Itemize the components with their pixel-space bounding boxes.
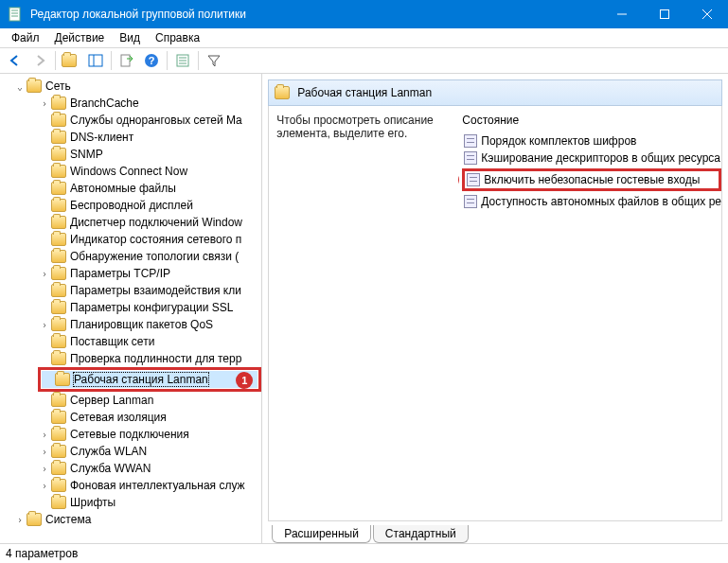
tree-label: Автономные файлы: [70, 182, 176, 195]
setting-label: Кэширование дескрипторов в общих ресурса: [481, 151, 720, 165]
setting-item[interactable]: Кэширование дескрипторов в общих ресурса: [462, 150, 721, 167]
tree-node[interactable]: Автономные файлы: [0, 180, 261, 197]
expand-icon[interactable]: ›: [38, 269, 51, 279]
folder-icon: [51, 352, 66, 365]
tree-label: Шрифты: [70, 496, 115, 509]
help-button[interactable]: ?: [140, 49, 163, 72]
setting-icon: [464, 134, 477, 148]
tree-label: Параметры взаимодействия кли: [70, 284, 241, 297]
tree-node[interactable]: ›Сетевые подключения: [0, 426, 261, 443]
tree-node[interactable]: ›Служба WWAN: [0, 460, 261, 477]
tree-label: Служба WLAN: [70, 445, 147, 458]
expand-icon[interactable]: ›: [38, 464, 51, 474]
filter-button[interactable]: [203, 49, 225, 72]
tree-node[interactable]: ›BranchCache: [0, 95, 261, 112]
expand-icon[interactable]: ›: [13, 515, 27, 525]
collapse-icon[interactable]: ⌄: [13, 81, 27, 92]
tree-node[interactable]: Проверка подлинности для терр: [0, 350, 261, 367]
tree-node[interactable]: ›Параметры TCP/IP: [0, 265, 261, 282]
main-area: ⌄ Сеть ›BranchCacheСлужбы одноранговых с…: [0, 74, 728, 543]
column-header[interactable]: Состояние: [462, 114, 721, 127]
setting-icon: [464, 195, 477, 208]
toolbar-separator: [55, 51, 56, 70]
folder-icon: [51, 250, 66, 263]
properties-button[interactable]: [171, 49, 194, 72]
tree-node[interactable]: ›Служба WLAN: [0, 443, 261, 460]
statusbar: 4 параметров: [0, 543, 728, 563]
tree-label: Сервер Lanman: [70, 394, 153, 407]
tab-extended[interactable]: Расширенный: [272, 525, 371, 543]
tree-node[interactable]: Сервер Lanman: [0, 392, 261, 409]
show-hide-tree-button[interactable]: [84, 49, 107, 72]
expand-icon[interactable]: ›: [38, 430, 51, 440]
folder-icon: [51, 165, 66, 178]
folder-icon: [51, 148, 66, 161]
tree-pane: ⌄ Сеть ›BranchCacheСлужбы одноранговых с…: [0, 74, 262, 543]
tree-node[interactable]: Шрифты: [0, 494, 261, 511]
up-button[interactable]: [60, 49, 82, 72]
setting-label: Доступность автономных файлов в общих ре: [481, 195, 721, 208]
tree-node[interactable]: Поставщик сети: [0, 333, 261, 350]
tree-node[interactable]: Диспетчер подключений Window: [0, 214, 261, 231]
expand-icon[interactable]: ›: [38, 481, 51, 491]
tree-node[interactable]: Сетевая изоляция: [0, 409, 261, 426]
folder-icon: [51, 131, 66, 144]
menu-file[interactable]: Файл: [4, 29, 47, 46]
tree-label: Служба WWAN: [70, 462, 151, 475]
svg-rect-10: [121, 55, 130, 66]
tree-node[interactable]: Параметры взаимодействия кли: [0, 282, 261, 299]
tree-node[interactable]: Индикатор состояния сетевого п: [0, 231, 261, 248]
toolbar-separator: [167, 51, 168, 70]
setting-item[interactable]: Порядок комплектов шифров: [462, 132, 721, 150]
tree-node[interactable]: ›Фоновая интеллектуальная служ: [0, 477, 261, 494]
folder-icon: [51, 301, 66, 314]
export-button[interactable]: [115, 49, 138, 72]
tree-label: Поставщик сети: [70, 335, 154, 348]
toolbar: ?: [0, 47, 728, 74]
tab-standard[interactable]: Стандартный: [373, 525, 469, 543]
tree-node[interactable]: ›Планировщик пакетов QoS: [0, 316, 261, 333]
settings-list: Состояние Порядок комплектов шифровКэшир…: [458, 106, 721, 520]
tree-node[interactable]: Обнаружение топологии связи (: [0, 248, 261, 265]
folder-icon: [51, 97, 66, 110]
setting-item[interactable]: Доступность автономных файлов в общих ре: [462, 193, 721, 210]
toolbar-separator: [111, 51, 112, 70]
tree-node[interactable]: SNMP: [0, 146, 261, 163]
setting-item[interactable]: Включить небезопасные гостевые входы: [465, 171, 719, 188]
tree-node[interactable]: Параметры конфигурации SSL: [0, 299, 261, 316]
folder-icon: [51, 335, 66, 348]
tree-node[interactable]: › Система: [0, 511, 261, 528]
window-title: Редактор локальной групповой политики: [30, 8, 600, 21]
tree-node[interactable]: Беспроводной дисплей: [0, 197, 261, 214]
tree-node[interactable]: Службы одноранговых сетей Ма: [0, 112, 261, 129]
svg-rect-0: [9, 8, 20, 21]
tree-label: Индикатор состояния сетевого п: [70, 233, 241, 246]
expand-icon[interactable]: ›: [38, 447, 51, 457]
menu-action[interactable]: Действие: [47, 29, 113, 46]
folder-icon: [51, 114, 66, 127]
tree-node-selected[interactable]: Рабочая станция Lanman: [42, 371, 257, 388]
menu-view[interactable]: Вид: [112, 29, 148, 46]
tree-label: Сетевая изоляция: [70, 411, 167, 424]
folder-icon: [51, 411, 66, 424]
tree-label: Диспетчер подключений Window: [70, 216, 242, 229]
close-button[interactable]: [685, 0, 728, 28]
folder-icon: [62, 54, 77, 67]
maximize-button[interactable]: [643, 0, 685, 28]
tree-label: DNS-клиент: [70, 131, 133, 144]
tree-label: Параметры TCP/IP: [70, 267, 170, 280]
tree-node[interactable]: DNS-клиент: [0, 129, 261, 146]
view-tabs: Расширенный Стандартный: [268, 525, 728, 543]
menu-help[interactable]: Справка: [148, 29, 207, 46]
tree-node[interactable]: Windows Connect Now: [0, 163, 261, 180]
expand-icon[interactable]: ›: [38, 320, 51, 330]
details-pane: Рабочая станция Lanman Чтобы просмотреть…: [262, 74, 728, 543]
back-button[interactable]: [4, 49, 27, 72]
tree-node-root[interactable]: ⌄ Сеть: [0, 78, 261, 95]
folder-icon: [51, 216, 66, 229]
folder-icon: [51, 199, 66, 212]
tree-label: Параметры конфигурации SSL: [70, 301, 233, 314]
minimize-button[interactable]: [600, 0, 643, 28]
expand-icon[interactable]: ›: [38, 98, 51, 109]
forward-button[interactable]: [28, 49, 51, 72]
